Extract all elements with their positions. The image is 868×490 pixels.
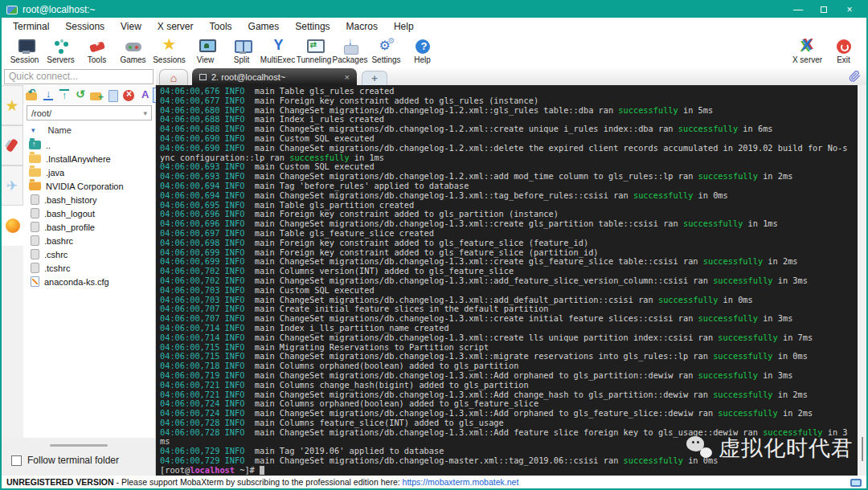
- sidebar-tab-tools[interactable]: [2, 125, 23, 165]
- main-area: /root/ ▾ ▾ Name ...InstallAnywhere.javaN…: [2, 85, 866, 476]
- toolbar-label: Help: [414, 55, 431, 64]
- toolbar-button-x-server[interactable]: X server: [789, 35, 825, 67]
- packages-icon: [340, 38, 361, 55]
- toolbar-button-games[interactable]: Games: [115, 35, 151, 67]
- servers-icon: [51, 38, 72, 55]
- new-tab-button[interactable]: +: [362, 71, 387, 85]
- toolbar-button-view[interactable]: View: [187, 35, 223, 67]
- sidebar-tab-sftp[interactable]: [2, 206, 23, 246]
- toolbar-button-split[interactable]: Split: [223, 35, 260, 67]
- split-icon: [231, 38, 252, 55]
- monitor-icon: [850, 479, 862, 487]
- delete-icon[interactable]: [121, 88, 136, 102]
- star-icon: [5, 96, 18, 115]
- file-row[interactable]: .bash_history: [29, 193, 155, 206]
- menu-item-x-server[interactable]: X server: [149, 19, 202, 34]
- terminal-scrollbar[interactable]: [858, 85, 866, 476]
- file-row[interactable]: .bash_logout: [29, 206, 155, 220]
- terminal[interactable]: 04:06:00,676 INFO main Table gls_rules c…: [156, 85, 858, 476]
- refresh-icon[interactable]: [73, 88, 88, 102]
- toolbar-button-help[interactable]: Help: [404, 35, 440, 67]
- file-row[interactable]: anaconda-ks.cfg: [29, 275, 155, 288]
- sidebar-tab-sessions[interactable]: [2, 85, 23, 125]
- watermark-text: 虚拟化时代君: [719, 434, 854, 463]
- folder-icon: [29, 168, 41, 177]
- menu-item-macros[interactable]: Macros: [338, 19, 386, 34]
- menu-item-games[interactable]: Games: [240, 19, 288, 34]
- file-list: ...InstallAnywhere.javaNVIDIA Corporatio…: [23, 138, 155, 438]
- toolbar-button-settings[interactable]: Settings: [368, 35, 404, 67]
- paperclip-icon[interactable]: [849, 70, 862, 83]
- home-tab[interactable]: ⌂: [159, 69, 188, 85]
- toolbar-button-tunneling[interactable]: Tunneling: [296, 35, 332, 67]
- follow-checkbox[interactable]: [11, 455, 22, 466]
- parent-dir-icon[interactable]: [25, 88, 39, 102]
- file-name: NVIDIA Corporation: [46, 182, 124, 191]
- toolbar-button-session[interactable]: Session: [6, 35, 43, 67]
- multiexec-icon: [268, 38, 289, 55]
- scrollbar-thumb[interactable]: [862, 437, 863, 461]
- file-row[interactable]: .cshrc: [29, 247, 155, 261]
- toolbar-label: Games: [120, 55, 145, 64]
- close-tab-icon[interactable]: ×: [345, 72, 350, 82]
- minimize-button[interactable]: —: [786, 2, 810, 17]
- encoding-icon[interactable]: [137, 88, 152, 102]
- file-row[interactable]: .InstallAnywhere: [29, 152, 155, 165]
- menubar: TerminalSessionsViewX serverToolsGamesSe…: [2, 18, 866, 35]
- name-column-header: Name: [48, 125, 72, 135]
- knife-icon: [6, 138, 18, 153]
- file-row[interactable]: ..: [29, 138, 155, 152]
- file-icon: [31, 235, 39, 246]
- session-tab[interactable]: 2. root@localhost~ ×: [192, 68, 357, 85]
- close-button[interactable]: ×: [837, 2, 862, 17]
- menu-item-view[interactable]: View: [113, 19, 149, 34]
- path-dropdown[interactable]: /root/ ▾: [27, 105, 152, 120]
- menu-item-help[interactable]: Help: [386, 19, 422, 34]
- tree-header[interactable]: ▾ Name: [23, 122, 155, 138]
- toolbar-button-packages[interactable]: Packages: [332, 35, 368, 67]
- new-folder-icon[interactable]: [89, 88, 104, 102]
- file-row[interactable]: .tcshrc: [29, 261, 155, 275]
- sidebar-bottom: Follow terminal folder: [2, 438, 155, 476]
- toolbar-label: X server: [792, 55, 822, 64]
- toolbar-label: View: [197, 55, 215, 64]
- toolbar-label: Servers: [47, 55, 74, 64]
- menu-item-settings[interactable]: Settings: [287, 19, 338, 34]
- upload-icon[interactable]: [57, 88, 72, 102]
- file-row[interactable]: NVIDIA Corporation: [29, 179, 155, 193]
- maximize-icon: [821, 6, 827, 13]
- exit-icon: [833, 38, 854, 55]
- download-icon[interactable]: [41, 88, 55, 102]
- menu-item-tools[interactable]: Tools: [202, 19, 240, 34]
- follow-terminal-folder[interactable]: Follow terminal folder: [2, 451, 155, 472]
- maximize-button[interactable]: [812, 2, 836, 17]
- mobatek-link[interactable]: https://mobaxterm.mobatek.net: [403, 477, 519, 487]
- quick-connect-input[interactable]: [4, 69, 154, 84]
- sidebar-tab-macros[interactable]: [2, 165, 23, 206]
- file-name: ..: [46, 141, 51, 150]
- menu-item-terminal[interactable]: Terminal: [5, 19, 57, 34]
- file-name: .tcshrc: [44, 263, 70, 273]
- statusbar: UNREGISTERED VERSION - Please support Mo…: [2, 476, 866, 488]
- file-name: .bash_profile: [44, 223, 95, 232]
- toolbar-label: Tools: [88, 55, 106, 64]
- toolbar-button-tools[interactable]: Tools: [79, 35, 115, 67]
- menu-item-sessions[interactable]: Sessions: [57, 19, 113, 34]
- toolbar-button-multiexec[interactable]: MultiExec: [260, 35, 296, 67]
- tools-icon: [87, 38, 108, 55]
- app-icon: [6, 6, 18, 14]
- toolbar-button-servers[interactable]: Servers: [43, 35, 79, 67]
- home-icon: ⌂: [170, 71, 177, 84]
- new-file-icon[interactable]: [105, 88, 120, 102]
- parent-icon: [29, 141, 41, 149]
- file-row[interactable]: .bashrc: [29, 234, 155, 247]
- toolbar-label: Packages: [333, 55, 368, 64]
- toolbar-button-exit[interactable]: Exit: [825, 35, 862, 67]
- file-row[interactable]: .java: [29, 165, 155, 179]
- tunneling-icon: [304, 38, 325, 55]
- panel-resize-handle[interactable]: [50, 444, 108, 447]
- toolbar-button-sessions[interactable]: Sessions: [151, 35, 187, 67]
- terminal-cursor: [260, 466, 264, 475]
- file-name: anaconda-ks.cfg: [44, 277, 109, 287]
- file-row[interactable]: .bash_profile: [29, 220, 155, 234]
